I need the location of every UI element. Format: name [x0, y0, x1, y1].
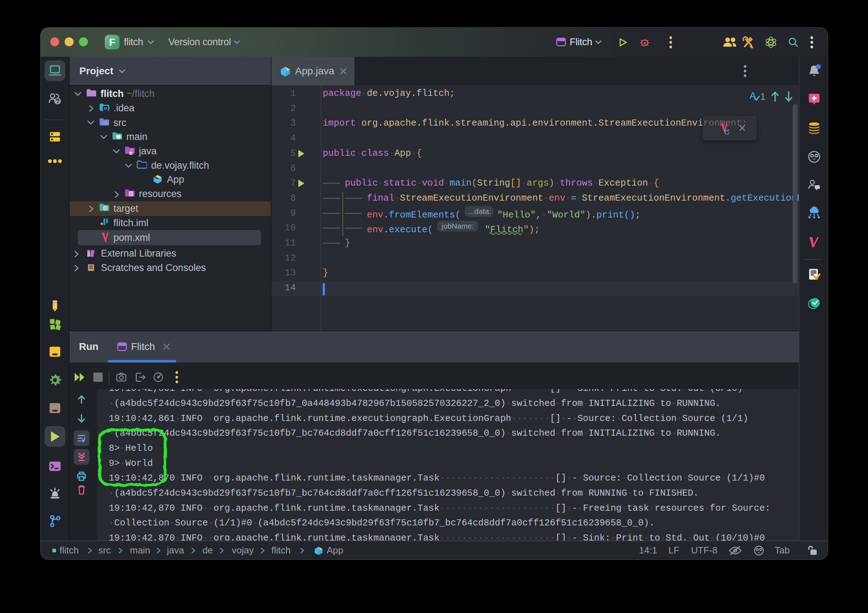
- svg-text:IJ: IJ: [104, 106, 107, 110]
- svg-text:</>: </>: [102, 121, 108, 125]
